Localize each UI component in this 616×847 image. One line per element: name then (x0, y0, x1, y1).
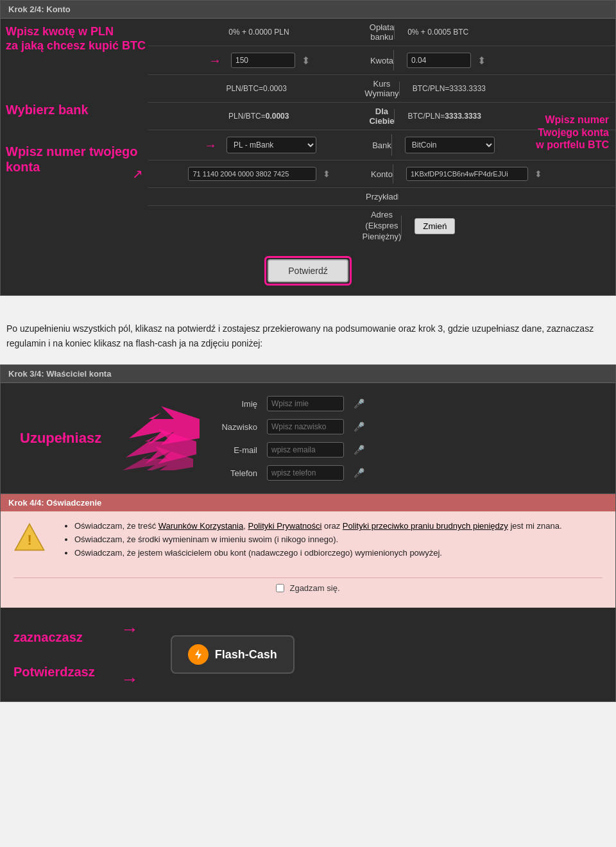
step3-fields: Imię 🎤 Nazwisko 🎤 E-mail 🎤 Telefon 🎤 (206, 396, 603, 481)
ann-kwote-line2: za jaką chcesz kupić BTC (6, 39, 146, 53)
zmien-button[interactable]: Zmień (415, 218, 455, 234)
right-oplata: 0% + 0.0005 BTC (394, 25, 615, 39)
step2-title: Krok 2/4: Konto (8, 4, 71, 14)
telefon-mic: 🎤 (354, 468, 364, 478)
step4-box: Krok 4/4: Oświadczenie ! Oświadczam, że … (0, 494, 616, 702)
right-adres: Zmień Wpisz numerTwojego kontaw portfelu… (401, 216, 615, 237)
zaznaczasz-label: zaznaczasz (13, 629, 83, 645)
left-dla-val: PLN/BTC=0.0003 (228, 112, 289, 121)
step3-title: Krok 3/4: Właściciel konta (8, 369, 111, 379)
link-pranie[interactable]: Polityki przeciwko praniu brudnych pieni… (343, 521, 508, 531)
field-imie: Imię 🎤 (206, 396, 603, 411)
field-nazwisko: Nazwisko 🎤 (206, 419, 603, 434)
center-dla: Dla Ciebie (369, 107, 394, 126)
right-przyklad (398, 194, 615, 200)
arrow-potwierdzasz: → (121, 671, 139, 689)
bank-pln-select[interactable]: PL - mBank (227, 137, 316, 153)
potwierdzasz-label: Potwierdzasz (13, 664, 95, 680)
arrow-zaznaczasz: → (121, 620, 139, 638)
left-przyklad (148, 194, 366, 200)
row-oplata: 0% + 0.0000 PLN Opłata banku 0% + 0.0005… (148, 19, 615, 46)
arrow-bank: → (204, 138, 217, 153)
nazwisko-mic: 🎤 (354, 422, 364, 432)
left-kurs-val: PLN/BTC=0.0003 (226, 84, 286, 93)
declarations-list: Oświadczam, że treść Warunków Korzystani… (74, 521, 562, 561)
declaration-3: Oświadczam, że jestem właścicielem obu k… (74, 548, 562, 558)
bottom-arrows: → → (121, 620, 139, 689)
potwierdz-button[interactable]: Potwierdź (268, 259, 348, 282)
agree-checkbox[interactable] (276, 584, 284, 592)
step3-box: Krok 3/4: Właściciel konta Uzupełniasz I… (0, 364, 616, 494)
potwierdzasz-row: Potwierdzasz (13, 664, 95, 680)
link-prywatnosc[interactable]: Polityki Prywatności (248, 521, 321, 531)
step3-header: Krok 3/4: Właściciel konta (1, 365, 615, 383)
left-oplata-val: 0% + 0.0000 PLN (228, 28, 289, 37)
arrow-konto: ↗ (132, 166, 143, 182)
description-text: Po uzupełnieniu wszystkich pól, klikasz … (0, 309, 616, 365)
ann-bank: Wybierz bank (6, 102, 89, 117)
label-email: E-mail (206, 445, 257, 455)
arrows-decoration (123, 406, 200, 470)
warning-triangle-icon: ! (13, 521, 46, 553)
step3-left: Uzupełniasz (13, 396, 193, 481)
checkbox-label: Zgadzam się. (289, 583, 339, 593)
checkbox-row: Zgadzam się. (13, 578, 603, 598)
step2-box: Krok 2/4: Konto Wpisz kwotę w PLN za jak… (0, 0, 616, 296)
kwota-stepper: ⬍ (302, 55, 310, 67)
input-email[interactable] (267, 442, 344, 458)
step2-form: 0% + 0.0000 PLN Opłata banku 0% + 0.0005… (148, 19, 615, 246)
konto-pln-input[interactable] (188, 167, 316, 181)
right-konto: ⬍ (393, 164, 615, 184)
left-adres (148, 223, 363, 228)
center-kurs: Kurs Wymiany (364, 79, 398, 98)
input-telefon[interactable] (267, 465, 344, 481)
flash-icon (188, 644, 209, 665)
step2-header: Krok 2/4: Konto (1, 1, 615, 19)
left-annotations: Wpisz kwotę w PLN za jaką chcesz kupić B… (1, 19, 148, 246)
declaration-2: Oświadczam, że środki wymieninam w imien… (74, 535, 562, 544)
center-bank: Bank (372, 141, 391, 150)
left-kwota: → ⬍ (148, 50, 370, 71)
left-dla: PLN/BTC=0.0003 (148, 109, 369, 123)
link-warunki[interactable]: Warunków Korzystania (158, 521, 243, 531)
arrow-kwota: → (209, 53, 221, 68)
ann-btc-wallet: Wpisz numerTwojego kontaw portfelu BTC (536, 114, 609, 151)
svg-text:!: ! (27, 532, 31, 548)
email-mic: 🎤 (354, 445, 364, 455)
flash-cash-button[interactable]: Flash-Cash (171, 635, 295, 674)
row-przyklad: Przykład (148, 188, 615, 206)
konto-btc-input[interactable] (406, 167, 528, 181)
step4-header: Krok 4/4: Oświadczenie (1, 494, 615, 511)
bottom-labels: zaznaczasz Potwierdzasz (13, 629, 95, 680)
svg-marker-0 (129, 406, 200, 445)
step4-title: Krok 4/4: Oświadczenie (8, 498, 101, 508)
center-przyklad: Przykład (366, 192, 398, 201)
left-kurs: PLN/BTC=0.0003 (148, 81, 364, 96)
input-imie[interactable] (267, 396, 344, 411)
center-konto: Konto (371, 169, 393, 179)
konto-stepper: ⬍ (323, 169, 330, 179)
warning-row: ! Oświadczam, że treść Warunków Korzysta… (13, 521, 603, 568)
kwota-pln-input[interactable] (231, 53, 295, 68)
right-kurs: BTC/PLN=3333.3333 (399, 81, 615, 96)
step3-content: Uzupełniasz Imię 🎤 Nazwisko 🎤 E-mail (1, 383, 615, 493)
flash-cash-label: Flash-Cash (215, 648, 277, 662)
confirm-row: Potwierdź (1, 246, 615, 295)
ann-konto: Wpisz numer twojego konta (6, 144, 148, 175)
btc-stepper: ⬍ (477, 55, 486, 67)
field-telefon: Telefon 🎤 (206, 465, 603, 481)
bank-btc-select[interactable]: BitCoin (405, 137, 495, 153)
label-nazwisko: Nazwisko (206, 422, 257, 432)
input-nazwisko[interactable] (267, 419, 344, 434)
center-oplata: Opłata banku (370, 22, 394, 42)
field-email: E-mail 🎤 (206, 442, 603, 458)
kwota-btc-input[interactable] (407, 53, 471, 68)
ann-konto-label: Wpisz numer twojego konta (6, 144, 148, 175)
right-kwota: ⬍ (393, 50, 615, 71)
row-kurs: PLN/BTC=0.0003 Kurs Wymiany BTC/PLN=3333… (148, 75, 615, 103)
flash-cash-container: Flash-Cash (171, 635, 295, 674)
center-kwota: Kwota (370, 56, 393, 65)
imie-mic: 🎤 (354, 398, 364, 409)
bottom-area: zaznaczasz Potwierdzasz → → Flash-Cash (1, 608, 615, 701)
confirm-outlined-box: Potwierdź (264, 256, 351, 286)
